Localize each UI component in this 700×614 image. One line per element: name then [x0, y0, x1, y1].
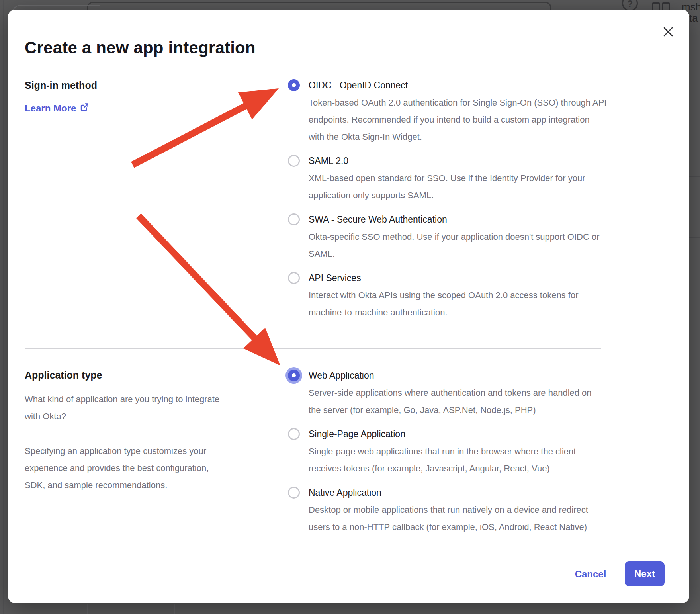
radio-web-application[interactable] — [288, 370, 300, 381]
radio-label-native-application: Native Application — [309, 484, 588, 501]
radio-option-swa-secure-web-authentication[interactable]: SWA - Secure Web AuthenticationOkta-spec… — [288, 211, 606, 262]
radio-label-swa-secure-web-authentication: SWA - Secure Web Authentication — [309, 211, 600, 228]
radio-option-web-application[interactable]: Web ApplicationServer-side applications … — [288, 367, 592, 418]
radio-swa-secure-web-authentication[interactable] — [288, 213, 300, 225]
radio-description-line: users to a non-HTTP callback (for exampl… — [309, 518, 588, 536]
text-line: What kind of application are you trying … — [25, 391, 219, 408]
radio-description-line: machine-to-machine authentication. — [309, 304, 578, 321]
learn-more-link[interactable]: Learn More — [25, 100, 89, 117]
radio-description-line: Single-page web applications that run in… — [309, 443, 576, 460]
modal-title: Create a new app integration — [25, 38, 256, 57]
learn-more-label: Learn More — [25, 100, 76, 117]
background-column-line — [174, 604, 175, 614]
text-line: with Okta? — [25, 408, 219, 425]
radio-description-line: Desktop or mobile applications that run … — [309, 501, 588, 518]
radio-saml-2-0[interactable] — [288, 155, 300, 167]
radio-oidc-openid-connect[interactable] — [288, 79, 300, 91]
radio-option-single-page-application[interactable]: Single-Page ApplicationSingle-page web a… — [288, 426, 592, 477]
radio-option-native-application[interactable]: Native ApplicationDesktop or mobile appl… — [288, 484, 592, 536]
background-row-line — [689, 334, 700, 334]
radio-label-api-services: API Services — [309, 270, 578, 287]
background-divider-fragment — [0, 37, 8, 37]
radio-description-line: Server-side applications where authentic… — [309, 384, 592, 401]
cancel-button[interactable]: Cancel — [569, 565, 612, 583]
close-icon[interactable] — [663, 26, 674, 37]
text-line: experience and provides the best configu… — [25, 460, 209, 477]
radio-label-saml-2-0: SAML 2.0 — [309, 153, 585, 170]
radio-option-oidc-openid-connect[interactable]: OIDC - OpenID ConnectToken-based OAuth 2… — [288, 77, 606, 145]
background-sidebar-edge — [3, 0, 4, 614]
radio-label-web-application: Web Application — [309, 367, 592, 384]
radio-description-line: SAML. — [309, 245, 600, 262]
radio-api-services[interactable] — [288, 272, 300, 284]
radio-single-page-application[interactable] — [288, 428, 300, 440]
text-line: Specifying an application type customize… — [25, 442, 209, 460]
background-row-line — [689, 176, 700, 177]
external-link-icon — [80, 100, 89, 117]
application-type-heading: Application type — [25, 367, 102, 384]
radio-description-line: Okta-specific SSO method. Use if your ap… — [309, 228, 600, 245]
radio-option-saml-2-0[interactable]: SAML 2.0XML-based open standard for SSO.… — [288, 153, 606, 204]
radio-native-application[interactable] — [288, 487, 300, 499]
radio-option-api-services[interactable]: API ServicesInteract with Okta APIs usin… — [288, 270, 606, 321]
create-app-integration-modal: Create a new app integration Sign-in met… — [8, 10, 689, 603]
radio-description-line: application only supports SAML. — [309, 187, 585, 204]
radio-description-line: receives tokens (for example, Javascript… — [309, 460, 576, 477]
radio-label-single-page-application: Single-Page Application — [309, 426, 576, 443]
background-column-line — [87, 604, 88, 614]
radio-description-line: Token-based OAuth 2.0 authentication for… — [309, 94, 606, 111]
radio-label-oidc-openid-connect: OIDC - OpenID Connect — [309, 77, 606, 94]
radio-description-line: XML-based open standard for SSO. Use if … — [309, 170, 585, 187]
signin-method-heading: Sign-in method — [25, 77, 97, 94]
application-type-explainer: Specifying an application type customize… — [25, 442, 209, 494]
radio-description-line: endpoints. Recommended if you intend to … — [309, 111, 606, 128]
next-button[interactable]: Next — [625, 561, 665, 586]
application-type-question: What kind of application are you trying … — [25, 391, 219, 425]
radio-description-line: Interact with Okta APIs using the scoped… — [309, 287, 578, 304]
radio-description-line: the server (for example, Go, Java, ASP.N… — [309, 401, 592, 418]
radio-description-line: with the Okta Sign-In Widget. — [309, 128, 606, 145]
text-line: SDK, and sample recommendations. — [25, 477, 209, 494]
background-row-line — [689, 237, 700, 238]
section-divider — [25, 348, 601, 349]
